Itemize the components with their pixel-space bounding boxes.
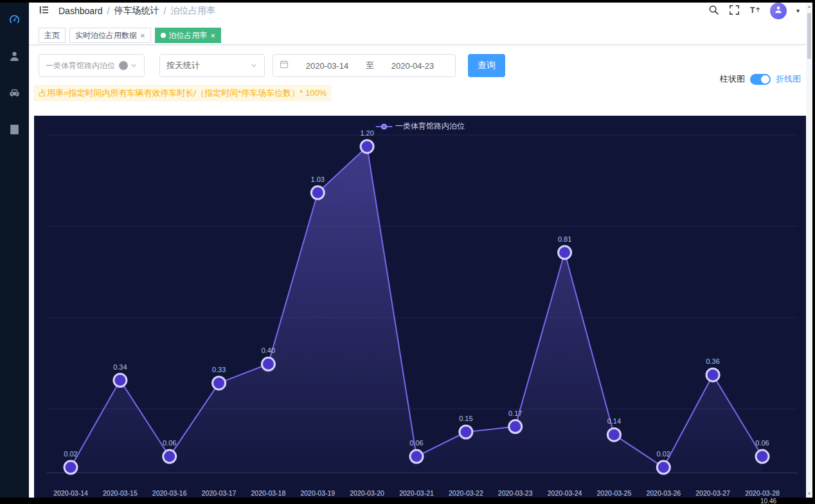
sidebar-item-reports[interactable]: [0, 113, 29, 149]
x-axis-label: 2020-03-18: [251, 489, 286, 497]
top-black-strip: [0, 0, 815, 3]
data-point[interactable]: [657, 461, 670, 474]
avatar-person-icon: [774, 5, 783, 17]
vertical-scrollbar[interactable]: ▲ ▼: [806, 3, 812, 498]
data-point[interactable]: [163, 450, 176, 463]
fullscreen-icon: [729, 4, 740, 18]
x-axis-label: 2020-03-17: [202, 489, 237, 497]
series-area: [71, 147, 762, 473]
data-point[interactable]: [311, 186, 324, 199]
date-end-input[interactable]: 2020-04-23: [377, 61, 449, 71]
search-button[interactable]: [708, 4, 719, 18]
chart-type-switch[interactable]: [750, 74, 771, 85]
car-icon: [8, 87, 21, 102]
point-value-label: 1.03: [311, 176, 325, 183]
breadcrumb-item-dashboard[interactable]: Dashboard: [58, 6, 103, 16]
hamburger-icon: [39, 4, 49, 18]
right-black-strip: [812, 0, 815, 504]
data-point[interactable]: [213, 377, 226, 390]
tab-occupancy-rate[interactable]: 泊位占用率 ×: [155, 28, 222, 43]
dashboard-gauge-icon: [8, 14, 21, 28]
data-point[interactable]: [114, 374, 127, 387]
scroll-up-arrow-icon[interactable]: ▲: [806, 3, 812, 10]
sidebar: [0, 3, 29, 498]
app-window: Dashboard / 停车场统计 / 泊位占用率: [0, 0, 815, 504]
tab-label: 泊位占用率: [169, 30, 208, 41]
x-axis-label: 2020-03-16: [152, 489, 187, 497]
report-icon: [8, 123, 21, 138]
data-point[interactable]: [460, 426, 472, 438]
sidebar-collapse-button[interactable]: [39, 4, 49, 18]
tabs-bar: 主页 实时泊位占用数据 × 泊位占用率 ×: [29, 19, 806, 45]
chart-type-toggle-group: 柱状图 折线图: [720, 73, 801, 85]
data-point[interactable]: [361, 140, 373, 153]
breadcrumb-item-parking-stats[interactable]: 停车场统计: [114, 5, 159, 17]
point-value-label: 0.33: [212, 366, 226, 374]
x-axis-label: 2020-03-22: [449, 489, 483, 497]
user-avatar[interactable]: [770, 3, 787, 19]
data-point[interactable]: [559, 246, 571, 259]
point-value-label: 0.17: [508, 410, 522, 417]
point-value-label: 0.36: [706, 357, 719, 365]
bar-chart-label: 柱状图: [720, 73, 745, 85]
date-start-input[interactable]: 2020-03-14: [291, 61, 363, 71]
data-point[interactable]: [756, 450, 769, 463]
switch-knob: [761, 75, 769, 84]
text-size-icon: T: [749, 4, 760, 18]
tab-label: 实时泊位占用数据: [75, 30, 137, 41]
scrollbar-thumb[interactable]: [807, 13, 811, 59]
x-axis-label: 2020-03-20: [350, 489, 384, 497]
legend-line-marker-icon: [375, 123, 392, 130]
point-value-label: 0.15: [459, 415, 472, 422]
stat-period-select-value: 按天统计: [166, 60, 200, 71]
point-value-label: 0.14: [607, 417, 621, 425]
line-chart-label: 折线图: [776, 73, 801, 85]
svg-text:T: T: [750, 5, 755, 14]
x-axis-label: 2020-03-14: [53, 489, 88, 497]
x-axis-label: 2020-03-26: [646, 489, 681, 497]
calendar-icon: [280, 60, 289, 71]
data-point[interactable]: [607, 428, 620, 441]
close-icon[interactable]: ×: [211, 32, 216, 40]
point-value-label: 0.34: [113, 363, 127, 371]
data-point[interactable]: [410, 450, 423, 463]
chart-legend[interactable]: 一类体育馆路内泊位: [375, 121, 465, 132]
sidebar-item-users[interactable]: [0, 39, 29, 76]
parking-lot-select-value: 一类体育馆路内泊位: [46, 60, 115, 71]
query-button[interactable]: 查询: [468, 54, 505, 77]
avatar-caret-icon[interactable]: ▾: [796, 8, 800, 14]
chevron-down-icon: [250, 62, 258, 69]
breadcrumb: Dashboard / 停车场统计 / 泊位占用率: [58, 5, 215, 17]
user-icon: [8, 50, 21, 65]
x-axis-label: 2020-03-28: [745, 489, 780, 497]
x-axis-label: 2020-03-19: [300, 489, 335, 497]
close-icon[interactable]: ×: [140, 32, 145, 40]
x-axis-label: 2020-03-15: [103, 489, 138, 497]
stat-period-select[interactable]: 按天统计: [159, 54, 265, 77]
parking-lot-select[interactable]: 一类体育馆路内泊位: [39, 54, 145, 77]
tab-home[interactable]: 主页: [39, 28, 66, 43]
data-point[interactable]: [262, 357, 274, 370]
search-icon: [708, 4, 719, 18]
scroll-down-arrow-icon[interactable]: ▼: [806, 490, 812, 498]
occupancy-chart: 0.020.340.060.330.401.031.200.060.150.17…: [34, 116, 806, 504]
data-point[interactable]: [509, 420, 522, 433]
data-point[interactable]: [706, 368, 719, 381]
tab-realtime-occupancy[interactable]: 实时泊位占用数据 ×: [69, 28, 151, 43]
x-axis-label: 2020-03-21: [399, 489, 434, 497]
sidebar-item-vehicles[interactable]: [0, 76, 29, 113]
font-size-button[interactable]: T: [749, 4, 760, 18]
selected-count-badge-icon: [119, 61, 128, 70]
legend-label: 一类体育馆路内泊位: [395, 121, 465, 132]
point-value-label: 0.02: [64, 450, 77, 458]
breadcrumb-item-occupancy: 泊位占用率: [170, 5, 215, 17]
point-value-label: 0.06: [409, 439, 423, 447]
x-axis-label: 2020-03-23: [498, 489, 533, 497]
tab-label: 主页: [44, 30, 60, 41]
data-point[interactable]: [64, 461, 77, 474]
date-range-picker[interactable]: 2020-03-14 至 2020-04-23: [273, 54, 456, 77]
x-axis-label: 2020-03-25: [597, 489, 632, 497]
point-value-label: 0.81: [558, 235, 571, 243]
fullscreen-button[interactable]: [729, 4, 740, 18]
sidebar-item-dashboard[interactable]: [0, 3, 29, 39]
